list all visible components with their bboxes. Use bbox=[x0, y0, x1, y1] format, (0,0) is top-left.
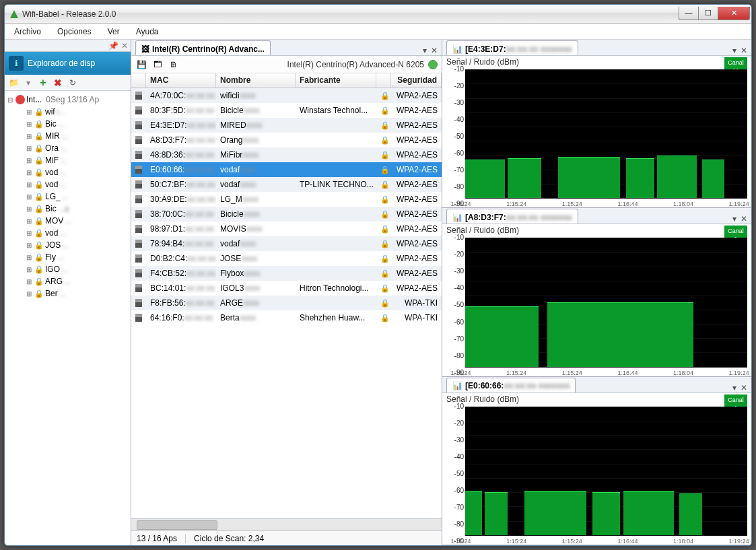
th-name[interactable]: Nombre bbox=[216, 73, 296, 88]
tree-item[interactable]: ⊞🔒JOS... bbox=[6, 239, 129, 251]
table-row[interactable]: BC:14:01:xx:xx:xxIGOL3xxxxHitron Technol… bbox=[131, 281, 442, 296]
tree-item[interactable]: ⊞🔒MOV... bbox=[6, 215, 129, 227]
table-row[interactable]: F4:CB:52:xx:xx:xxFlyboxxxxx🔒WPA2-AES bbox=[131, 266, 442, 281]
pin-icon[interactable]: 📌 bbox=[108, 41, 118, 50]
close-icon[interactable]: ✕ bbox=[741, 383, 747, 392]
lock-icon: 🔒 bbox=[376, 121, 391, 130]
expander-icon[interactable]: ⊞ bbox=[25, 230, 33, 237]
expander-icon[interactable]: ⊞ bbox=[25, 254, 33, 261]
dropdown-icon[interactable]: ▾ bbox=[22, 77, 34, 89]
th-mfg[interactable]: Fabricante bbox=[296, 73, 376, 88]
lock-icon: 🔒 bbox=[34, 241, 44, 250]
folder-icon[interactable]: 📁 bbox=[7, 77, 20, 89]
expander-icon[interactable]: ⊞ bbox=[25, 290, 33, 298]
close-button[interactable]: ✕ bbox=[718, 7, 750, 20]
th-sec[interactable]: Seguridad bbox=[391, 73, 442, 88]
tree-item[interactable]: ⊞🔒Fly... bbox=[6, 251, 129, 263]
expander-icon[interactable]: ⊞ bbox=[25, 157, 33, 164]
dropdown-icon[interactable]: ▾ bbox=[732, 383, 736, 392]
xtick: 1:18:04 bbox=[673, 201, 693, 207]
expander-icon[interactable]: ⊞ bbox=[25, 121, 33, 128]
device-tree[interactable]: ⊟ Int... 0Seg 13/16 Ap ⊞🔒wifi...⊞🔒Bic...… bbox=[5, 91, 131, 545]
tree-item[interactable]: ⊞🔒vod... bbox=[6, 227, 129, 239]
dropdown-icon[interactable]: ▾ bbox=[732, 46, 736, 55]
expander-icon[interactable]: ⊞ bbox=[25, 169, 33, 176]
table-row[interactable]: 50:C7:BF:xx:xx:xxvodafxxxxTP-LINK TECHNO… bbox=[131, 177, 442, 192]
tree-item[interactable]: ⊞🔒LG_... bbox=[6, 191, 129, 203]
xtick: 1:16:44 bbox=[617, 538, 638, 545]
menu-help[interactable]: Ayuda bbox=[131, 26, 164, 38]
expander-icon[interactable]: ⊞ bbox=[25, 133, 33, 140]
tree-item[interactable]: ⊞🔒MiF... bbox=[6, 154, 129, 166]
save-icon[interactable]: 💾 bbox=[135, 59, 147, 71]
menu-options[interactable]: Opciones bbox=[52, 26, 97, 38]
menu-file[interactable]: Archivo bbox=[9, 26, 46, 38]
xtick: 1:15:24 bbox=[506, 201, 526, 207]
close-icon[interactable]: ✕ bbox=[121, 41, 128, 50]
th-icon[interactable] bbox=[131, 73, 146, 88]
toolbar-icon-1[interactable]: 🗔 bbox=[151, 59, 164, 71]
table-row[interactable]: A8:D3:F7:xx:xx:xxOrangxxxx🔒WPA2-AES bbox=[131, 133, 442, 147]
chart-icon: 📊 bbox=[452, 44, 462, 54]
dropdown-icon[interactable]: ▾ bbox=[732, 214, 736, 224]
th-mac[interactable]: MAC bbox=[146, 73, 216, 88]
expander-icon[interactable]: ⊞ bbox=[25, 205, 33, 213]
table-row[interactable]: 38:70:0C:xx:xx:xxBiciclexxxx🔒WPA2-AES bbox=[131, 207, 442, 221]
h-scrollbar[interactable] bbox=[131, 518, 442, 530]
tree-item[interactable]: ⊞🔒Bic...a bbox=[6, 203, 129, 215]
table-row[interactable]: E4:3E:D7:xx:xx:xxMIREDxxxx🔒WPA2-AES bbox=[131, 118, 442, 133]
chart-tab[interactable]: 📊[E0:60:66:xx:xx:xx xxxxxxx bbox=[446, 378, 576, 392]
dropdown-icon[interactable]: ▾ bbox=[423, 46, 427, 55]
expander-icon[interactable]: ⊞ bbox=[25, 145, 33, 152]
tree-item[interactable]: ⊞🔒Bic... bbox=[6, 118, 129, 130]
chart-tab[interactable]: 📊[A8:D3:F7:xx:xx:xx xxxxxxx bbox=[446, 209, 578, 224]
table-row[interactable]: D0:B2:C4:xx:xx:xxJOSExxxx🔒WPA2-AES bbox=[131, 251, 442, 266]
toolbar-icon-2[interactable]: 🗎 bbox=[168, 59, 180, 71]
tree-item[interactable]: ⊞🔒MIR... bbox=[6, 130, 129, 142]
tree-item[interactable]: ⊞🔒vod... bbox=[6, 166, 129, 178]
window-title: Wifi-Babel - Release 2.0.0 bbox=[22, 9, 679, 19]
refresh-icon[interactable]: ↻ bbox=[67, 77, 79, 89]
table-row[interactable]: 98:97:D1:xx:xx:xxMOVISxxxx🔒WPA2-AES bbox=[131, 221, 442, 236]
table-row[interactable]: 48:8D:36:xx:xx:xxMiFibrxxxx🔒WPA2-AES bbox=[131, 147, 442, 162]
table-row[interactable]: 80:3F:5D:xx:xx:xxBiciclexxxxWinstars Tec… bbox=[131, 103, 442, 118]
expander-icon[interactable]: ⊞ bbox=[25, 242, 33, 249]
expander-icon[interactable]: ⊞ bbox=[25, 217, 33, 225]
tree-item[interactable]: ⊞🔒ARG... bbox=[6, 275, 129, 287]
maximize-button[interactable]: ☐ bbox=[698, 7, 718, 20]
expander-icon[interactable]: ⊟ bbox=[6, 96, 14, 104]
lock-icon: 🔒 bbox=[34, 132, 44, 141]
table-row[interactable]: F8:FB:56:xx:xx:xxARGExxxx🔒WPA-TKI bbox=[131, 296, 442, 310]
expander-icon[interactable]: ⊞ bbox=[25, 108, 33, 116]
cell-name: LG_Mxxxx bbox=[216, 195, 296, 204]
close-icon[interactable]: ✕ bbox=[741, 214, 747, 224]
tree-item[interactable]: ⊞🔒Ber... bbox=[6, 287, 129, 300]
tree-item[interactable]: ⊞🔒Ora... bbox=[6, 142, 129, 154]
menu-view[interactable]: Ver bbox=[102, 26, 125, 38]
th-lock[interactable] bbox=[376, 73, 391, 88]
tree-item[interactable]: ⊞🔒vod... bbox=[6, 178, 129, 191]
center-tab[interactable]: 🖾 Intel(R) Centrino(R) Advanc... bbox=[135, 40, 271, 55]
add-icon[interactable]: + bbox=[37, 77, 49, 89]
expander-icon[interactable]: ⊞ bbox=[25, 193, 33, 201]
chart-tab[interactable]: 📊[E4:3E:D7:xx:xx:xx xxxxxxx bbox=[446, 40, 578, 55]
delete-icon[interactable]: ✖ bbox=[52, 77, 64, 89]
tree-item[interactable]: ⊞🔒IGO... bbox=[6, 263, 129, 275]
titlebar[interactable]: Wifi-Babel - Release 2.0.0 — ☐ ✕ bbox=[5, 5, 751, 24]
tree-root[interactable]: ⊟ Int... 0Seg 13/16 Ap bbox=[6, 94, 129, 106]
table-row[interactable]: 4A:70:0C:xx:xx:xxwificlixxxx🔒WPA2-AES bbox=[131, 88, 442, 103]
minimize-button[interactable]: — bbox=[679, 7, 699, 20]
expander-icon[interactable]: ⊞ bbox=[25, 266, 33, 273]
table-row[interactable]: 78:94:B4:xx:xx:xxvodafxxxx🔒WPA2-AES bbox=[131, 236, 442, 251]
table-body[interactable]: 4A:70:0C:xx:xx:xxwificlixxxx🔒WPA2-AES80:… bbox=[131, 88, 442, 518]
close-icon[interactable]: ✕ bbox=[741, 46, 747, 55]
table-row[interactable]: 30:A9:DE:xx:xx:xxLG_Mxxxx🔒WPA2-AES bbox=[131, 192, 442, 207]
close-icon[interactable]: ✕ bbox=[431, 46, 438, 55]
table-row[interactable]: E0:60:66:xx:xx:xxvodafxxxx🔒WPA2-AES bbox=[131, 162, 442, 177]
tree-item[interactable]: ⊞🔒wifi... bbox=[6, 106, 129, 118]
window-controls: — ☐ ✕ bbox=[679, 7, 750, 22]
tree-item-blur: ... bbox=[59, 180, 66, 189]
table-row[interactable]: 64:16:F0:xx:xx:xxBertaxxxxShehzhen Huaw.… bbox=[131, 310, 442, 325]
expander-icon[interactable]: ⊞ bbox=[25, 278, 33, 285]
expander-icon[interactable]: ⊞ bbox=[25, 181, 33, 188]
